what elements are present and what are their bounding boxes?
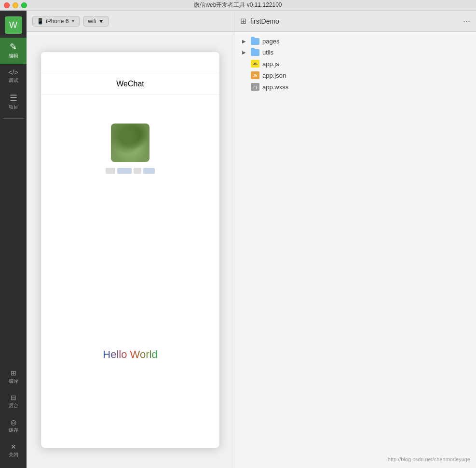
tree-item-appwxss[interactable]: { } app.wxss	[234, 81, 476, 93]
name-block-4	[143, 168, 155, 174]
tree-arrow-pages: ▶	[242, 39, 248, 44]
sidebar-item-backend[interactable]: ⊟ 后台	[0, 389, 27, 414]
simulator-content: WeChat 详情	[27, 32, 234, 468]
device-arrow-icon: ▼	[70, 18, 75, 24]
wifi-name: wifi	[88, 18, 96, 25]
edit-icon: ✎	[10, 42, 17, 51]
app-body: W ✎ 编辑 </> 调试 ☰ 项目 ⊞ 编译 ⊟ 后台 ◎	[0, 11, 476, 468]
sidebar-item-project[interactable]: ☰ 项目	[0, 89, 27, 115]
filetree-panel: ⊞ firstDemo ··· ▶ pages ▶ utils JS app.j…	[234, 11, 476, 468]
cache-icon: ◎	[11, 419, 16, 426]
device-selector[interactable]: 📱 iPhone 6 ▼	[32, 16, 80, 27]
device-name: iPhone 6	[46, 18, 68, 25]
folder-icon-pages	[251, 38, 259, 45]
wifi-arrow-icon: ▼	[98, 18, 104, 25]
js-badge-appjs: JS	[251, 60, 259, 68]
sidebar-item-close-label: 关闭	[9, 452, 18, 458]
filetree-more-button[interactable]: ···	[463, 16, 470, 26]
phone-icon: 📱	[37, 18, 44, 25]
tree-label-appjs: app.js	[262, 60, 279, 68]
debug-icon: </>	[8, 69, 18, 76]
name-block-1	[106, 168, 115, 174]
sidebar-avatar: W	[5, 16, 22, 34]
phone-app-title: WeChat	[116, 80, 144, 88]
filetree-title: firstDemo	[250, 17, 459, 25]
tree-item-appjs[interactable]: JS app.js	[234, 58, 476, 69]
backend-icon: ⊟	[11, 394, 16, 401]
close-button[interactable]	[4, 2, 10, 8]
sidebar-item-compile[interactable]: ⊞ 编译	[0, 365, 27, 389]
window-controls	[4, 2, 27, 8]
phone-statusbar	[41, 52, 219, 73]
tree-label-appjson: app.json	[262, 72, 286, 79]
window-title: 微信web开发者工具 v0.11.122100	[194, 1, 282, 9]
compile-icon: ⊞	[11, 370, 16, 376]
sidebar-item-edit[interactable]: ✎ 编辑	[0, 38, 27, 64]
hello-world-text: Hello World	[103, 348, 157, 361]
filetree-toolbar: ⊞ firstDemo ···	[234, 11, 476, 32]
tree-arrow-utils: ▶	[242, 50, 248, 55]
name-row	[106, 168, 155, 174]
phone-title-bar: WeChat 详情	[41, 73, 219, 95]
tree-item-utils[interactable]: ▶ utils	[234, 47, 476, 58]
minimize-button[interactable]	[13, 2, 18, 8]
name-block-3	[134, 168, 141, 174]
folder-icon-utils	[251, 49, 259, 56]
maximize-button[interactable]	[21, 2, 27, 8]
sidebar-item-close[interactable]: ✕ 关闭	[0, 439, 27, 463]
sidebar-divider	[3, 118, 24, 119]
sidebar: W ✎ 编辑 </> 调试 ☰ 项目 ⊞ 编译 ⊟ 后台 ◎	[0, 11, 27, 468]
sidebar-item-edit-label: 编辑	[9, 53, 18, 59]
sidebar-item-cache[interactable]: ◎ 缓存	[0, 414, 27, 439]
sidebar-item-backend-label: 后台	[9, 402, 18, 409]
sidebar-item-compile-label: 编译	[9, 378, 18, 385]
project-icon: ☰	[10, 94, 17, 102]
wifi-selector[interactable]: wifi ▼	[83, 16, 108, 27]
json-badge-appjson: JN	[251, 71, 259, 79]
avatar	[111, 124, 150, 162]
tree-item-pages[interactable]: ▶ pages	[234, 36, 476, 47]
wxss-badge-appwxss: { }	[251, 83, 259, 91]
titlebar: 微信web开发者工具 v0.11.122100	[0, 0, 476, 11]
filetree-icon: ⊞	[240, 16, 246, 26]
simulator-toolbar: 📱 iPhone 6 ▼ wifi ▼	[27, 11, 234, 32]
sidebar-item-debug[interactable]: </> 调试	[0, 64, 27, 89]
name-block-2	[117, 168, 132, 174]
close-icon: ✕	[11, 443, 16, 450]
phone-frame: WeChat 详情	[41, 52, 219, 448]
tree-label-pages: pages	[262, 38, 279, 45]
sidebar-item-project-label: 项目	[9, 104, 18, 110]
phone-body: Hello World	[41, 95, 219, 448]
sidebar-bottom: ⊞ 编译 ⊟ 后台 ◎ 缓存 ✕ 关闭	[0, 365, 27, 468]
watermark: http://blog.csdn.net/chenmodeyuge	[388, 456, 470, 462]
sidebar-item-debug-label: 调试	[9, 77, 18, 84]
simulator-panel: 📱 iPhone 6 ▼ wifi ▼ WeChat 详情	[27, 11, 234, 468]
tree-item-appjson[interactable]: JN app.json	[234, 69, 476, 81]
avatar-image	[111, 124, 150, 162]
tree-label-utils: utils	[262, 49, 273, 56]
name-placeholder	[106, 168, 155, 174]
filetree-content: ▶ pages ▶ utils JS app.js JN app.json	[234, 32, 476, 468]
sidebar-item-cache-label: 缓存	[9, 427, 18, 434]
tree-label-appwxss: app.wxss	[262, 83, 288, 91]
